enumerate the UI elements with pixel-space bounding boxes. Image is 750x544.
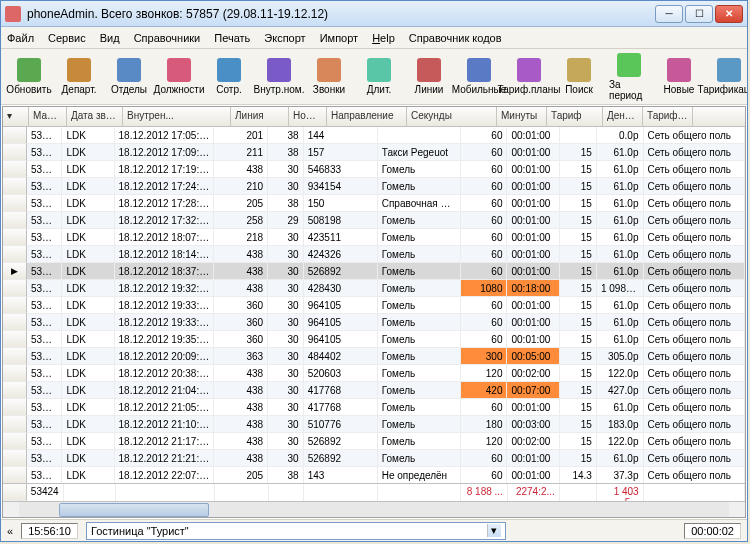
cell-line: 30 xyxy=(268,450,304,467)
cell-ats: LDK xyxy=(62,433,114,450)
toolbar-обновить[interactable]: Обновить xyxy=(5,55,53,98)
table-row[interactable]: 53414LDK18.12.2012 21:10:0243830510776Го… xyxy=(3,416,745,433)
cell-num: 508198 xyxy=(304,212,378,229)
toolbar-тарифпланы[interactable]: Тариф.планы xyxy=(505,55,553,98)
table-row[interactable]: 53402LDK18.12.2012 17:32:3725829508198Го… xyxy=(3,212,745,229)
toolbar-отделы[interactable]: Отделы xyxy=(105,55,153,98)
toolbar-сотр[interactable]: Сотр. xyxy=(205,55,253,98)
menu-печать[interactable]: Печать xyxy=(214,32,250,44)
cell-sec: 60 xyxy=(461,450,508,467)
col-header[interactable]: Направление xyxy=(327,107,407,126)
table-row[interactable]: 53406LDK18.12.2012 19:32:3643830428430Го… xyxy=(3,280,745,297)
cell-int: 438 xyxy=(214,450,268,467)
cell-money: 37.3р xyxy=(597,467,644,483)
menu-help[interactable]: Help xyxy=(372,32,395,44)
cell-tar: 15 xyxy=(560,161,597,178)
table-row[interactable]: ▶53405LDK18.12.2012 18:37:5443830526892Г… xyxy=(3,263,745,280)
menu-справочник кодов[interactable]: Справочник кодов xyxy=(409,32,502,44)
maximize-button[interactable]: ☐ xyxy=(685,5,713,23)
toolbar-звонки[interactable]: Звонки xyxy=(305,55,353,98)
toolbar-мобильные[interactable]: Мобильные xyxy=(455,55,503,98)
toolbar-должности[interactable]: Должности xyxy=(155,55,203,98)
table-row[interactable]: 53398LDK18.12.2012 17:09:0821138157Такси… xyxy=(3,144,745,161)
toolbar-департ[interactable]: Департ. xyxy=(55,55,103,98)
table-row[interactable]: 53412LDK18.12.2012 21:04:1843830417768Го… xyxy=(3,382,745,399)
table-row[interactable]: 53407LDK18.12.2012 19:33:3636030964105Го… xyxy=(3,297,745,314)
toolbar-тарификация[interactable]: Тарификация xyxy=(705,55,747,98)
cell-dt: 18.12.2012 17:32:37 xyxy=(115,212,215,229)
col-header[interactable]: Деньги xyxy=(603,107,643,126)
cell-dir: Гомель xyxy=(378,280,461,297)
rowheader-col[interactable]: ▾ xyxy=(3,107,29,126)
table-row[interactable]: 53400LDK18.12.2012 17:24:5621030934154Го… xyxy=(3,178,745,195)
close-button[interactable]: ✕ xyxy=(715,5,743,23)
summary-id: 53424 xyxy=(27,484,64,501)
cell-id: 53413 xyxy=(27,399,63,416)
table-row[interactable]: 53415LDK18.12.2012 21:17:2743830526892Го… xyxy=(3,433,745,450)
cell-dt: 18.12.2012 17:09:08 xyxy=(115,144,215,161)
cell-plan: Сеть общего поль xyxy=(644,178,746,195)
col-header[interactable]: Линия xyxy=(231,107,289,126)
nav-first-icon[interactable]: « xyxy=(7,525,13,537)
col-header[interactable]: Тарифный xyxy=(643,107,693,126)
cell-id: 53403 xyxy=(27,229,63,246)
cell-dt: 18.12.2012 21:21:13 xyxy=(115,450,215,467)
toolbar-новые[interactable]: Новые xyxy=(655,55,703,98)
grid-body[interactable]: 53397LDK18.12.2012 17:05:58201381446000:… xyxy=(3,127,745,483)
cell-dir: Гомель xyxy=(378,382,461,399)
row-marker xyxy=(3,195,27,212)
cell-money: 61.0р xyxy=(597,178,644,195)
table-row[interactable]: 53411LDK18.12.2012 20:38:4243830520603Го… xyxy=(3,365,745,382)
toolbar-линии[interactable]: Линии xyxy=(405,55,453,98)
toolbar-поиск[interactable]: Поиск xyxy=(555,55,603,98)
minimize-button[interactable]: ─ xyxy=(655,5,683,23)
cell-num: 526892 xyxy=(304,263,378,280)
toolbar-icon xyxy=(417,58,441,82)
menu-файл[interactable]: Файл xyxy=(7,32,34,44)
col-header[interactable]: Внутрен... xyxy=(123,107,231,126)
col-header[interactable]: Марка АТС xyxy=(29,107,67,126)
scrollbar-thumb[interactable] xyxy=(59,503,209,517)
toolbar-icon xyxy=(667,58,691,82)
cell-min: 00:01:00 xyxy=(507,127,559,144)
cell-money: 61.0р xyxy=(597,246,644,263)
cell-min: 00:01:00 xyxy=(507,314,559,331)
table-row[interactable]: 53397LDK18.12.2012 17:05:58201381446000:… xyxy=(3,127,745,144)
cell-ats: LDK xyxy=(62,297,114,314)
table-row[interactable]: 53403LDK18.12.2012 18:07:4321830423511Го… xyxy=(3,229,745,246)
table-row[interactable]: 53401LDK18.12.2012 17:28:0120538150Справ… xyxy=(3,195,745,212)
table-row[interactable]: 53408LDK18.12.2012 19:33:5536030964105Го… xyxy=(3,314,745,331)
summary-sec: 8 188 ... xyxy=(461,484,507,501)
toolbar-длит[interactable]: Длит. xyxy=(355,55,403,98)
table-row[interactable]: 53416LDK18.12.2012 21:21:1343830526892Го… xyxy=(3,450,745,467)
menu-экспорт[interactable]: Экспорт xyxy=(264,32,305,44)
cell-int: 360 xyxy=(214,331,268,348)
chevron-down-icon[interactable]: ▾ xyxy=(487,524,501,537)
col-header[interactable]: Тариф xyxy=(547,107,603,126)
menu-вид[interactable]: Вид xyxy=(100,32,120,44)
col-header[interactable]: Дата звонка по ко... xyxy=(67,107,123,126)
table-row[interactable]: 53410LDK18.12.2012 20:09:0636330484402Го… xyxy=(3,348,745,365)
table-row[interactable]: 53409LDK18.12.2012 19:35:0336030964105Го… xyxy=(3,331,745,348)
col-header[interactable]: Минуты xyxy=(497,107,547,126)
cell-id: 53407 xyxy=(27,297,63,314)
col-header[interactable]: Секунды xyxy=(407,107,497,126)
status-combo[interactable]: Гостиница "Турист" ▾ xyxy=(86,522,506,540)
col-header[interactable]: Номер телефона xyxy=(289,107,327,126)
toolbar-внутрном[interactable]: Внутр.ном. xyxy=(255,55,303,98)
table-row[interactable]: 53413LDK18.12.2012 21:05:2943830417768Го… xyxy=(3,399,745,416)
toolbar-запериод[interactable]: За период xyxy=(605,50,653,104)
menu-справочники[interactable]: Справочники xyxy=(134,32,201,44)
table-row[interactable]: 53417LDK18.12.2012 22:07:1920538143Не оп… xyxy=(3,467,745,483)
cell-plan: Сеть общего поль xyxy=(644,416,746,433)
row-marker xyxy=(3,314,27,331)
cell-dir: Гомель xyxy=(378,433,461,450)
horizontal-scrollbar[interactable] xyxy=(3,501,745,517)
row-marker xyxy=(3,382,27,399)
app-icon xyxy=(5,6,21,22)
menu-сервис[interactable]: Сервис xyxy=(48,32,86,44)
table-row[interactable]: 53399LDK18.12.2012 17:19:0643830546833Го… xyxy=(3,161,745,178)
table-row[interactable]: 53404LDK18.12.2012 18:14:0943830424326Го… xyxy=(3,246,745,263)
cell-dt: 18.12.2012 21:04:18 xyxy=(115,382,215,399)
menu-импорт[interactable]: Импорт xyxy=(320,32,358,44)
